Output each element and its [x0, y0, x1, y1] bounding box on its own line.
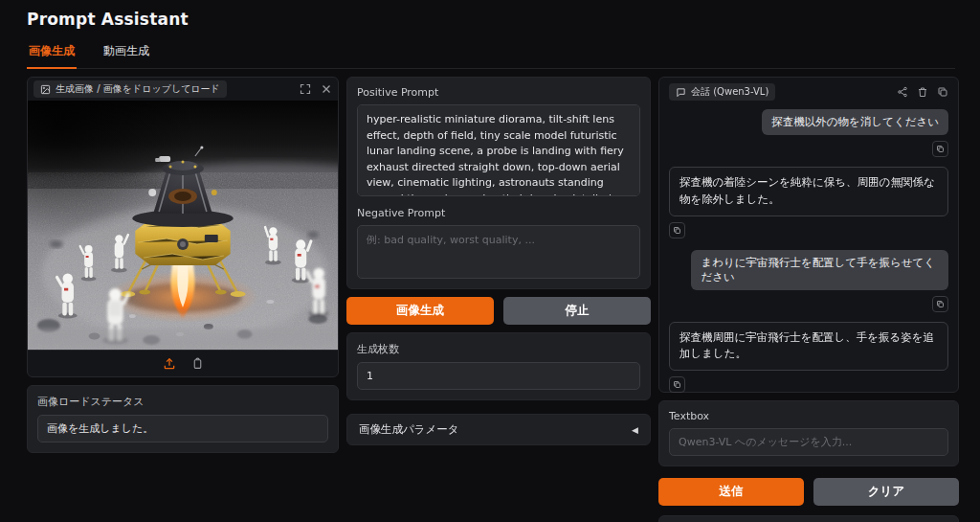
- fullscreen-icon[interactable]: [300, 83, 311, 95]
- stop-button[interactable]: 停止: [503, 297, 651, 325]
- positive-prompt-label: Positive Prompt: [357, 86, 640, 99]
- copy-row: [669, 222, 948, 238]
- count-group: 生成枚数: [346, 332, 651, 400]
- column-image: 生成画像 / 画像をドロップしてロード: [27, 77, 339, 453]
- count-label: 生成枚数: [357, 342, 640, 356]
- chat-message-user: まわりに宇宙飛行士を配置して手を振らせてください: [669, 250, 948, 290]
- copy-icon[interactable]: [937, 86, 948, 98]
- image-panel-footer: [28, 350, 338, 376]
- image-status-group: 画像ロードステータス: [27, 385, 339, 453]
- copy-row: [669, 376, 948, 393]
- image-params-accordion[interactable]: 画像生成パラメータ ◀: [346, 414, 651, 445]
- upload-icon[interactable]: [163, 357, 176, 371]
- page-title: Prompt Assistant: [27, 10, 955, 29]
- clear-button[interactable]: クリア: [813, 478, 959, 506]
- image-params-accordion-label: 画像生成パラメータ: [359, 422, 459, 437]
- message-copy-icon[interactable]: [932, 141, 948, 157]
- clipboard-icon[interactable]: [191, 357, 204, 370]
- chat-label: 会話 (Qwen3-VL): [691, 85, 768, 99]
- chat-input-label: Textbox: [669, 410, 948, 422]
- user-bubble: 探査機以外の物を消してください: [762, 109, 948, 135]
- tab-video-generation[interactable]: 動画生成: [101, 39, 151, 69]
- count-input[interactable]: [357, 362, 640, 390]
- model-settings-accordion[interactable]: モデル設定 ◀: [658, 515, 959, 522]
- message-copy-icon[interactable]: [932, 296, 948, 312]
- chat-message-input[interactable]: [669, 428, 948, 456]
- chat-label-chip: 会話 (Qwen3-VL): [669, 83, 775, 101]
- generated-image-panel: 生成画像 / 画像をドロップしてロード: [27, 77, 339, 377]
- trash-icon[interactable]: [917, 86, 928, 98]
- message-copy-icon[interactable]: [669, 376, 685, 393]
- chat-message-assistant: 探査機の着陸シーンを純粋に保ち、周囲の無関係な物を除外しました。: [669, 167, 948, 216]
- generated-image[interactable]: [28, 101, 338, 350]
- chat-header: 会話 (Qwen3-VL): [669, 83, 948, 101]
- image-panel-label: 生成画像 / 画像をドロップしてロード: [56, 82, 220, 96]
- share-icon[interactable]: [897, 86, 908, 98]
- image-icon: [40, 84, 51, 95]
- user-bubble: まわりに宇宙飛行士を配置して手を振らせてください: [691, 250, 948, 290]
- chat-bubble-icon: [676, 87, 686, 98]
- copy-row: [669, 141, 948, 157]
- negative-prompt-label: Negative Prompt: [357, 207, 640, 219]
- positive-prompt-input[interactable]: hyper-realistic miniature diorama, tilt-…: [357, 104, 640, 196]
- chat-message-user: 探査機以外の物を消してください: [669, 109, 948, 135]
- chat-message-assistant: 探査機周囲に宇宙飛行士を配置し、手を振る姿を追加しました。: [669, 322, 948, 372]
- image-panel-label-chip: 生成画像 / 画像をドロップしてロード: [33, 80, 227, 98]
- negative-prompt-input[interactable]: [357, 225, 640, 279]
- image-status-label: 画像ロードステータス: [37, 395, 328, 409]
- close-icon[interactable]: [321, 83, 332, 95]
- chatbot-panel: 会話 (Qwen3-VL) 探: [658, 77, 959, 393]
- chevron-left-icon: ◀: [632, 425, 638, 435]
- image-panel-header: 生成画像 / 画像をドロップしてロード: [28, 78, 338, 101]
- chat-button-row: 送信 クリア: [658, 478, 959, 506]
- prompt-group: Positive Prompt hyper-realistic miniatur…: [346, 77, 651, 289]
- tab-image-generation[interactable]: 画像生成: [27, 39, 77, 69]
- app-root: Prompt Assistant 画像生成 動画生成 生成画像 / 画像をドロッ…: [0, 0, 980, 522]
- chat-controls: [897, 86, 948, 98]
- message-copy-icon[interactable]: [669, 222, 685, 238]
- main-columns: 生成画像 / 画像をドロップしてロード: [27, 77, 955, 522]
- tab-bar: 画像生成 動画生成: [27, 39, 955, 69]
- image-status-field[interactable]: [37, 415, 328, 443]
- image-panel-controls: [300, 83, 332, 95]
- chat-input-group: Textbox: [658, 400, 959, 466]
- generate-image-button[interactable]: 画像生成: [346, 297, 494, 325]
- copy-row: [669, 296, 948, 312]
- column-chat: 会話 (Qwen3-VL) 探: [658, 77, 959, 522]
- column-prompts: Positive Prompt hyper-realistic miniatur…: [346, 77, 651, 445]
- generate-button-row: 画像生成 停止: [346, 297, 651, 325]
- send-button[interactable]: 送信: [658, 478, 804, 506]
